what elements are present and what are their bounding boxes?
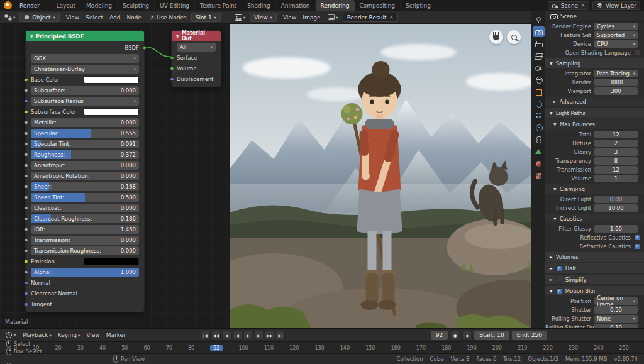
checkbox-reflective-caustics[interactable]: ✓	[634, 234, 640, 241]
image-datablock[interactable]: Render Result ×	[343, 13, 398, 22]
socket-transmission[interactable]	[24, 238, 28, 242]
properties-tab-world[interactable]	[533, 74, 545, 85]
field-render[interactable]: 3000	[594, 79, 638, 86]
node-canvas[interactable]: ▼ Principled BSDF BSDFGGX▾Christensen-Bu…	[0, 24, 230, 328]
slider-sheen-tint[interactable]: Sheen Tint:0.500	[31, 193, 139, 202]
properties-tab-texture[interactable]	[533, 170, 545, 180]
node-menu-select[interactable]: Select	[82, 14, 106, 21]
play-reverse-button[interactable]: ◀	[233, 331, 242, 340]
panel-advanced[interactable]: ►Advanced	[545, 97, 644, 106]
frame-end-field[interactable]: End:250	[512, 331, 547, 340]
next-frame-button[interactable]: ▶	[254, 331, 264, 340]
workspace-tab-animation[interactable]: Animation	[276, 0, 316, 11]
frame-start-field[interactable]: Start:10	[474, 331, 509, 340]
slider-transmission-roughness[interactable]: Transmission Roughness:0.000	[31, 246, 139, 255]
slider-clearcoat-roughness[interactable]: Clearcoat Roughness:0.186	[31, 214, 139, 223]
slider-anisotropic-rotation[interactable]: Anisotropic Rotation:0.000	[31, 172, 139, 180]
field-device[interactable]: CPU▾	[594, 40, 638, 48]
socket-normal[interactable]	[24, 280, 28, 285]
menu-render[interactable]: Render	[16, 2, 46, 9]
workspace-tab-layout[interactable]: Layout	[52, 0, 82, 11]
socket-anisotropic-rotation[interactable]	[24, 174, 28, 178]
slider-ior[interactable]: IOR:1.450	[31, 225, 139, 234]
workspace-tab-scripting[interactable]: Scripting	[401, 0, 436, 11]
slider-anisotropic[interactable]: Anisotropic:0.000	[31, 161, 139, 170]
checkbox-refractive-caustics[interactable]: ✓	[634, 243, 640, 250]
properties-tab-scene[interactable]	[533, 62, 545, 73]
socket-bsdf[interactable]	[142, 45, 147, 50]
socket-roughness[interactable]	[24, 152, 28, 157]
properties-tab-material[interactable]	[533, 158, 545, 168]
next-keyframe-button[interactable]: ▶▶	[265, 331, 274, 340]
workspace-tab-sculpting[interactable]: Sculpting	[118, 0, 155, 11]
field-render-engine[interactable]: Cycles▾	[594, 23, 638, 30]
node-menu-view[interactable]: View	[63, 14, 82, 21]
slider-specular[interactable]: Specular:0.555	[31, 129, 139, 138]
dropdown-christensen-burley[interactable]: Christensen-Burley▾	[31, 65, 139, 74]
color-swatch-subsurface-color[interactable]	[84, 108, 139, 116]
principled-bsdf-node[interactable]: ▼ Principled BSDF BSDFGGX▾Christensen-Bu…	[25, 30, 145, 312]
socket-tangent[interactable]	[24, 302, 28, 306]
keying-set-button[interactable]: ◆	[462, 331, 472, 340]
properties-tab-physics[interactable]	[533, 122, 545, 133]
field-diffuse[interactable]: 2	[594, 140, 638, 147]
field-rolling-shutter-dur[interactable]: 0.10	[594, 324, 638, 329]
node-header[interactable]: ▼ Principled BSDF	[26, 31, 144, 41]
panel-hair[interactable]: ►✓Hair	[545, 263, 644, 273]
socket-displacement[interactable]	[170, 77, 174, 81]
field-viewport[interactable]: 300	[594, 87, 638, 95]
socket-specular[interactable]	[24, 131, 28, 135]
workspace-tab-compositing[interactable]: Compositing	[355, 0, 401, 11]
slider-transmission[interactable]: Transmission:0.000	[31, 236, 139, 245]
collapse-arrow-icon[interactable]: ▼	[176, 34, 179, 38]
socket-specular-tint[interactable]	[24, 141, 28, 146]
panel-simplify[interactable]: ►Simplify	[545, 275, 644, 284]
properties-tab-object[interactable]	[533, 86, 545, 97]
field-integrator[interactable]: Path Tracing▾	[594, 70, 638, 77]
color-swatch-base-color[interactable]	[84, 76, 139, 84]
dropdown-ggx[interactable]: GGX▾	[31, 54, 139, 63]
prev-keyframe-button[interactable]: ◀◀	[211, 331, 221, 340]
slider-clearcoat[interactable]: Clearcoat:0.000	[31, 204, 139, 212]
material-output-node[interactable]: ▼ Material Out All▾SurfaceVolumeDisplace…	[171, 30, 221, 87]
node-menu-add[interactable]: Add	[106, 14, 123, 21]
editor-type-button[interactable]: ▾	[233, 14, 247, 21]
close-icon[interactable]: ×	[580, 3, 586, 8]
field-shutter[interactable]: 0.50	[594, 306, 638, 314]
render-view[interactable]	[230, 24, 531, 328]
panel-caustics[interactable]: ▼Caustics	[545, 214, 644, 223]
socket-transmission-roughness[interactable]	[24, 248, 28, 253]
field-total[interactable]: 12	[594, 131, 638, 138]
slider-specular-tint[interactable]: Specular Tint:0.091	[31, 140, 139, 148]
panel-volumes[interactable]: ►Volumes	[545, 252, 644, 262]
socket-anisotropic[interactable]	[24, 163, 28, 167]
image-mode-dropdown[interactable]: View ▾	[250, 13, 277, 22]
slider-subsurface[interactable]: Subsurface:0.000	[31, 86, 139, 95]
editor-type-button[interactable]: ▾	[4, 331, 17, 339]
current-frame-marker[interactable]: 92	[210, 345, 223, 351]
socket-surface[interactable]	[170, 55, 174, 60]
checkbox-open-shading-language[interactable]	[634, 50, 640, 56]
field-feature-set[interactable]: Supported▾	[594, 31, 638, 39]
prev-frame-button[interactable]: ◀	[222, 331, 231, 340]
image-menu-view[interactable]: View	[280, 14, 299, 21]
socket-alpha[interactable]	[24, 270, 28, 274]
socket-subsurface-color[interactable]	[24, 109, 28, 114]
jump-to-start-button[interactable]: |◀	[201, 331, 210, 340]
socket-subsurface[interactable]	[24, 88, 28, 92]
field-volume[interactable]: 1	[594, 175, 638, 182]
browse-image-button[interactable]: ▾	[326, 14, 339, 21]
view-layer-selector[interactable]: View Layer	[592, 1, 640, 10]
socket-ior[interactable]	[24, 227, 28, 231]
field-position[interactable]: Center on Frame▾	[594, 297, 638, 305]
panel-clamping[interactable]: ▼Clamping	[545, 184, 644, 194]
slider-roughness[interactable]: Roughness:0.372	[31, 150, 139, 159]
node-menu-node[interactable]: Node	[123, 14, 145, 21]
scene-selector[interactable]: Scene ×	[548, 1, 589, 10]
dropdown-subsurface-radius[interactable]: Subsurface Radius▾	[31, 97, 139, 106]
field-rolling-shutter[interactable]: None▾	[594, 315, 638, 323]
field-filter-glossy[interactable]: 1.00	[594, 225, 638, 233]
properties-tab-modifiers[interactable]	[533, 98, 545, 109]
close-icon[interactable]: ×	[389, 14, 394, 20]
field-transparency[interactable]: 8	[594, 157, 638, 165]
